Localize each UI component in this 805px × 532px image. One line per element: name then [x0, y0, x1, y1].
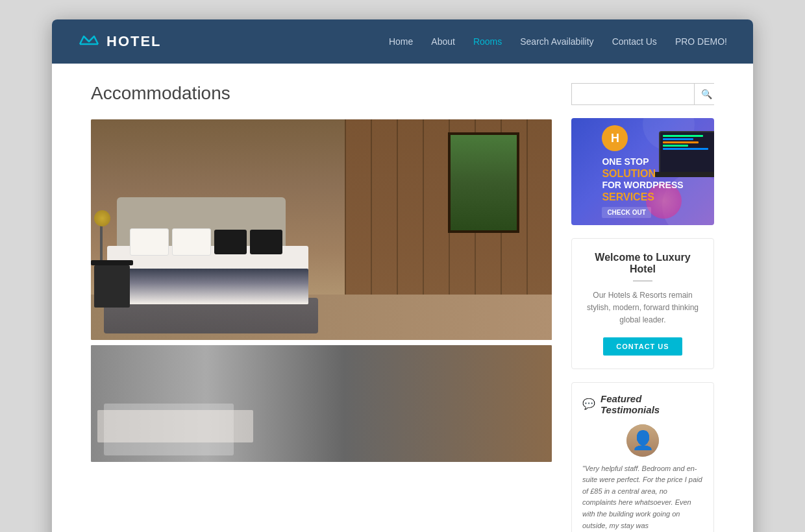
ad-line4: SERVICES: [602, 191, 683, 203]
nav-rooms[interactable]: Rooms: [473, 36, 502, 47]
room-photo-2: [91, 345, 552, 462]
room-image-card-1[interactable]: [91, 119, 552, 340]
main-nav: Home About Rooms Search Availability Con…: [389, 36, 727, 47]
welcome-body: Our Hotels & Resorts remain stylish, mod…: [582, 289, 703, 327]
brand-logo[interactable]: HOTEL: [78, 31, 389, 53]
nav-contact[interactable]: Contact Us: [612, 36, 657, 47]
nav-home[interactable]: Home: [389, 36, 413, 47]
brand-name: HOTEL: [106, 33, 162, 50]
ad-content: H ONE STOP SOLUTION FOR WORDPRESS SERVIC…: [591, 118, 693, 225]
ad-line3: FOR WORDPRESS: [602, 180, 683, 191]
ad-line2: SOLUTION: [602, 167, 683, 180]
search-button[interactable]: 🔍: [694, 84, 719, 104]
testimonial-avatar: [626, 424, 659, 457]
nav-rooms-link[interactable]: Rooms: [473, 36, 502, 47]
welcome-title: Welcome to Luxury Hotel: [582, 252, 703, 275]
nav-about[interactable]: About: [431, 36, 455, 47]
search-box: 🔍: [571, 83, 714, 105]
ad-checkout-button[interactable]: CHECK OUT: [602, 207, 650, 218]
ad-banner[interactable]: H ONE STOP SOLUTION FOR WORDPRESS SERVIC…: [571, 118, 714, 225]
page-title: Accommodations: [91, 83, 552, 104]
search-input[interactable]: [572, 84, 694, 104]
page-content: Accommodations: [52, 64, 753, 532]
ad-line1: ONE STOP: [602, 156, 683, 167]
nav-pro-demo[interactable]: PRO DEMO!: [675, 36, 727, 47]
sidebar: 🔍 H ONE STOP SOLUTION FOR WORDPRESS SERV…: [571, 83, 714, 532]
testimonials-card: 💬 Featured Testimonials "Very helpful st…: [571, 382, 714, 532]
welcome-divider: [633, 280, 652, 282]
contact-us-button[interactable]: CONTACT US: [603, 337, 682, 356]
nav-pro-demo-link[interactable]: PRO DEMO!: [675, 36, 727, 47]
nav-home-link[interactable]: Home: [389, 36, 413, 47]
nav-contact-link[interactable]: Contact Us: [612, 36, 657, 47]
browser-window: HOTEL Home About Rooms Search Availabili…: [52, 19, 753, 532]
room-photo-1: [91, 119, 552, 340]
nav-search-availability[interactable]: Search Availability: [520, 36, 593, 47]
main-column: Accommodations: [91, 83, 552, 532]
avatar-image: [626, 424, 659, 457]
brand-icon: [78, 31, 100, 53]
room-image-card-2[interactable]: [91, 345, 552, 462]
search-icon: 🔍: [701, 89, 712, 99]
welcome-card: Welcome to Luxury Hotel Our Hotels & Res…: [571, 238, 714, 369]
testimonials-header: 💬 Featured Testimonials: [582, 393, 703, 415]
testimonial-quote: "Very helpful staff. Bedroom and en-suit…: [582, 463, 703, 532]
navbar: HOTEL Home About Rooms Search Availabili…: [52, 19, 753, 64]
testimonials-title: Featured Testimonials: [601, 393, 703, 415]
nav-search-link[interactable]: Search Availability: [520, 36, 593, 47]
ad-badge: H: [602, 125, 628, 151]
nav-about-link[interactable]: About: [431, 36, 455, 47]
chat-bubble-icon: 💬: [582, 398, 595, 410]
